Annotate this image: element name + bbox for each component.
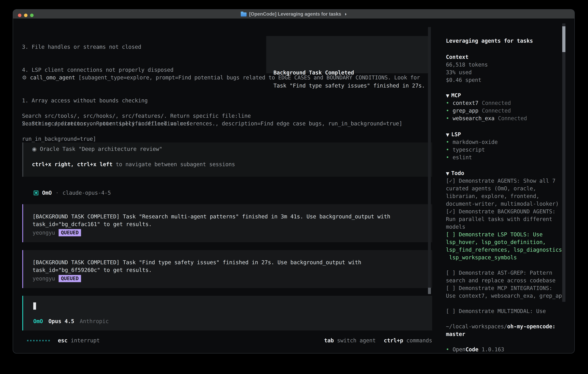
card-author: yeongyu (32, 230, 55, 236)
spinner-dots-icon (27, 340, 50, 341)
tool-call-item: 1. Array access without bounds checking (22, 97, 228, 104)
sidebar-scrollbar-thumb[interactable] (562, 26, 566, 52)
zoom-button[interactable] (30, 14, 33, 17)
queued-badge: QUEUED (59, 275, 81, 282)
close-button[interactable] (18, 14, 21, 17)
todo-line: search and replace across codebase (446, 277, 565, 284)
todo-line (446, 261, 565, 269)
todo-line: Run parallel tasks with different (446, 215, 565, 223)
todo-line: lsp_find_references, lsp_diagnostics, (446, 246, 565, 254)
toast-title: Background Task Completed (273, 70, 354, 76)
opencode-terminal-window: [OpenCode] Leveraging agents for tasks ◑… (13, 9, 575, 353)
status-dot-icon: • (446, 346, 449, 353)
input-provider-name: Anthropic (80, 318, 109, 324)
todo-line: [ ] Demonstrate AST-GREP: Pattern (446, 269, 565, 277)
text-cursor (33, 302, 36, 310)
version-line: • OpenCode 1.0.163 (446, 346, 504, 353)
todo-line: lsp_workspace_symbols (446, 254, 565, 261)
workspace-branch: master (446, 330, 465, 338)
todo-line: [ ] Demonstrate LSP TOOLS: Use (446, 231, 565, 238)
todo-line: [ ] Demonstrate MULTIMODAL: Use (446, 307, 565, 315)
prompt-input[interactable]: OmO Opus 4.5 Anthropic (22, 296, 432, 331)
toast-body: Task "Find type safety issues" finished … (273, 83, 425, 89)
todo-line: [✓] Demonstrate AGENTS: Show all 7 (446, 177, 565, 185)
model-row: OmO Opus 4.5 Anthropic (33, 317, 109, 325)
oracle-task-title: ◉ Oracle Task "Deep architecture review" (32, 146, 162, 152)
todo-line: models (446, 223, 565, 231)
todo-list: [✓] Demonstrate AGENTS: Show all 7 curat… (446, 177, 565, 315)
esc-key: esc (58, 337, 68, 344)
status-dot-icon: • (446, 146, 449, 154)
tool-call-args: [subagent_type=explore, prompt=Find pote… (75, 74, 420, 81)
agent-square-icon (34, 191, 38, 195)
half-circle-icon: ◑ (344, 11, 347, 17)
transcript-line: 4. LSP client connections not properly d… (22, 66, 251, 74)
gear-icon: ⚙ (22, 74, 27, 81)
mcp-item: •websearch_exaConnected (446, 114, 527, 122)
background-task-card: [BACKGROUND TASK COMPLETED] Task "Resear… (22, 204, 432, 242)
tool-call-line: ⚙ call_omo_agent [subagent_type=explore,… (22, 74, 420, 82)
context-spent: $0.46 spent (446, 76, 481, 84)
window-title-row: [OpenCode] Leveraging agents for tasks ◑ (241, 11, 347, 17)
mcp-section-header[interactable]: ▼MCP (446, 92, 461, 100)
card-line: task_id="bg_dcfac161" to get results. (32, 221, 152, 227)
status-dot-icon: • (446, 99, 449, 107)
agent-model: claude-opus-4-5 (63, 190, 111, 196)
status-interrupt-hint: esc interrupt (58, 337, 100, 344)
background-task-toast[interactable]: Background Task Completed Task "Find typ… (266, 36, 430, 73)
folder-icon (241, 12, 247, 17)
status-commands-hint: ctrl+p commands (384, 337, 432, 344)
status-dot-icon: • (446, 107, 449, 114)
main-scrollbar-thumb[interactable] (428, 288, 431, 294)
oracle-task-box: ◉ Oracle Task "Deep architecture review"… (22, 143, 432, 177)
mcp-item: •grep_appConnected (446, 107, 511, 114)
chevron-down-icon: ▼ (446, 171, 449, 176)
context-heading: Context (446, 53, 469, 61)
keybinding: ctrl+x right, ctrl+x left (32, 161, 113, 167)
lsp-section-header[interactable]: ▼LSP (446, 131, 461, 139)
window-title: [OpenCode] Leveraging agents for tasks (249, 11, 341, 17)
record-icon: ◉ (32, 146, 37, 152)
tab-key: tab (324, 337, 334, 344)
sidebar-title: Leveraging agents for tasks (446, 37, 533, 45)
input-model-name: Opus 4.5 (48, 318, 74, 324)
card-author: yeongyu (32, 276, 55, 282)
todo-line: [✓] Demonstrate BACKGROUND AGENTS: (446, 208, 565, 215)
card-line: [BACKGROUND TASK COMPLETED] Task "Find t… (32, 259, 361, 266)
separator-dot: · (56, 190, 59, 196)
card-line: task_id="bg_6f59260c" to get results. (32, 267, 152, 273)
chevron-down-icon: ▼ (446, 132, 449, 137)
lsp-item: •typescript (446, 146, 485, 154)
queued-badge: QUEUED (59, 229, 81, 236)
status-dot-icon: • (446, 138, 449, 146)
session-sidebar: Leveraging agents for tasks Context 66,5… (446, 19, 573, 351)
status-dot-icon: • (446, 114, 449, 122)
lsp-item: •markdown-oxide (446, 138, 498, 146)
todo-line: librarian, explore, frontend, (446, 192, 565, 200)
sidebar-scrollbar-track[interactable] (562, 23, 566, 302)
main-scrollbar-track[interactable] (428, 27, 431, 294)
todo-line: curated agents (OmO, oracle, (446, 185, 565, 192)
status-dot-icon: • (446, 154, 449, 161)
lsp-item: •eslint (446, 154, 472, 161)
card-line: [BACKGROUND TASK COMPLETED] Task "Resear… (32, 213, 390, 220)
agent-name: OmO (42, 190, 52, 196)
todo-line: lsp_hover, lsp_goto_definition, (446, 238, 565, 246)
todo-line: [ ] Demonstrate MCP INTEGRATIONS: (446, 284, 565, 292)
ctrl-p-key: ctrl+p (384, 337, 403, 344)
search-line: Search src/ directory. Return specific f… (22, 120, 402, 127)
oracle-task-hint: ctrl+x right, ctrl+x left to navigate be… (32, 161, 235, 167)
mcp-item: •context7Connected (446, 99, 511, 107)
transcript-line: 3. File handles or streams not closed (22, 43, 251, 51)
todo-line: document-writer, multimodal-looker) (446, 200, 565, 208)
chevron-down-icon: ▼ (446, 93, 449, 98)
minimize-button[interactable] (24, 14, 28, 17)
tool-call-name: call_omo_agent (30, 74, 75, 81)
todo-line (446, 300, 565, 307)
todo-section-header[interactable]: ▼Todo (446, 169, 464, 177)
status-switch-agent-hint: tab switch agent (324, 337, 376, 344)
context-used: 33% used (446, 69, 472, 76)
context-tokens: 66,518 tokens (446, 61, 488, 69)
workspace-path: ~/local-workspaces/oh-my-opencode: (446, 323, 556, 330)
input-agent-name: OmO (33, 318, 43, 324)
